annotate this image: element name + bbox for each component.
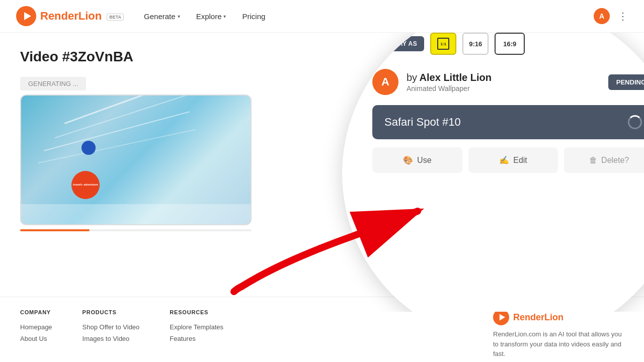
footer-products-heading: PRODUCTS bbox=[83, 309, 140, 315]
phone-inner-border bbox=[21, 204, 251, 224]
video-title: Video #3ZoVnBA bbox=[20, 49, 302, 65]
progress-bar-fill bbox=[20, 229, 90, 231]
user-card: A by Alex Little Lion Animated Wallpaper… bbox=[372, 69, 644, 95]
delete-button[interactable]: 🗑 Delete? bbox=[564, 147, 644, 173]
safari-title: Safari Spot #10 bbox=[384, 116, 461, 129]
left-panel: Video #3ZoVnBA GENERATING ... travel+ ad… bbox=[0, 33, 322, 297]
user-by-name: by Alex Little Lion bbox=[407, 72, 600, 83]
display-as-row: DISPLAY AS 1:1 9:16 16:9 bbox=[372, 33, 644, 55]
explore-arrow-icon: ▾ bbox=[223, 14, 226, 19]
footer-resources-heading: RESOURCES bbox=[170, 309, 223, 315]
footer-brand: RenderLion RenderLion.com is an AI tool … bbox=[493, 309, 624, 350]
header-right: A ⋮ bbox=[594, 8, 628, 24]
header: RenderLion BETA Generate ▾ Explore ▾ Pri… bbox=[0, 0, 644, 33]
use-button[interactable]: 🎨 Use bbox=[372, 147, 462, 173]
footer-col-company: COMPANY Homepage About Us bbox=[20, 309, 52, 350]
header-avatar[interactable]: A bbox=[594, 8, 610, 24]
footer-link-about[interactable]: About Us bbox=[20, 333, 52, 344]
footer-link-features[interactable]: Features bbox=[170, 333, 223, 344]
trash-icon: 🗑 bbox=[589, 156, 597, 165]
progress-bar-container bbox=[20, 229, 252, 231]
action-buttons: 🎨 Use ✍ Edit 🗑 Delete? bbox=[372, 147, 644, 173]
footer-link-homepage[interactable]: Homepage bbox=[20, 321, 52, 333]
edit-button[interactable]: ✍ Edit bbox=[468, 147, 558, 173]
footer-company-heading: COMPANY bbox=[20, 309, 52, 315]
zoom-content: DISPLAY AS 1:1 9:16 16:9 A bbox=[372, 33, 644, 173]
footer-col-products: PRODUCTS Shop Offer to Video Images to V… bbox=[83, 309, 140, 350]
ratio-btn-1-1[interactable]: 1:1 bbox=[430, 33, 456, 55]
logo-text: RenderLion bbox=[40, 10, 102, 23]
footer-link-templates[interactable]: Explore Templates bbox=[170, 321, 223, 333]
safari-card: Safari Spot #10 bbox=[372, 105, 644, 139]
beta-badge: BETA bbox=[107, 14, 124, 21]
edit-icon: ✍ bbox=[499, 155, 509, 165]
display-as-label: DISPLAY AS bbox=[372, 36, 424, 51]
header-menu-icon[interactable]: ⋮ bbox=[618, 10, 628, 22]
footer-brand-name: RenderLion bbox=[513, 312, 564, 323]
travel-badge: travel+ adventure bbox=[71, 171, 100, 199]
user-info: by Alex Little Lion Animated Wallpaper bbox=[407, 72, 600, 93]
video-preview: GENERATING ... travel+ adventure bbox=[20, 77, 252, 218]
footer-brand-description: RenderLion.com is an AI tool that allows… bbox=[493, 329, 624, 359]
logo-icon bbox=[16, 6, 36, 26]
generate-arrow-icon: ▾ bbox=[178, 14, 180, 19]
palette-icon: 🎨 bbox=[403, 155, 413, 165]
nav-explore[interactable]: Explore ▾ bbox=[196, 12, 226, 21]
user-subtitle: Animated Wallpaper bbox=[407, 84, 600, 93]
ratio-icon-1-1: 1:1 bbox=[437, 38, 449, 50]
footer-col-resources: RESOURCES Explore Templates Features bbox=[170, 309, 223, 350]
footer-link-images-to-video[interactable]: Images to Video bbox=[83, 333, 140, 344]
nav-pricing[interactable]: Pricing bbox=[242, 12, 265, 21]
zoom-circle: DISPLAY AS 1:1 9:16 16:9 A bbox=[342, 33, 644, 312]
zoom-annotation: DISPLAY AS 1:1 9:16 16:9 A bbox=[302, 33, 644, 312]
user-avatar: A bbox=[372, 69, 398, 95]
nav-generate[interactable]: Generate ▾ bbox=[144, 12, 180, 21]
pending-badge: PENDING bbox=[608, 74, 644, 90]
phone-mockup: travel+ adventure bbox=[20, 95, 252, 225]
ratio-btn-16-9[interactable]: 16:9 bbox=[495, 33, 525, 55]
safari-spinner bbox=[628, 115, 642, 129]
footer-link-shop-offer[interactable]: Shop Offer to Video bbox=[83, 321, 140, 333]
main-nav: Generate ▾ Explore ▾ Pricing bbox=[144, 12, 594, 21]
ratio-btn-9-16[interactable]: 9:16 bbox=[462, 33, 489, 55]
blue-dot bbox=[82, 141, 96, 155]
generating-bar: GENERATING ... bbox=[20, 77, 86, 90]
logo-area[interactable]: RenderLion BETA bbox=[16, 6, 124, 26]
